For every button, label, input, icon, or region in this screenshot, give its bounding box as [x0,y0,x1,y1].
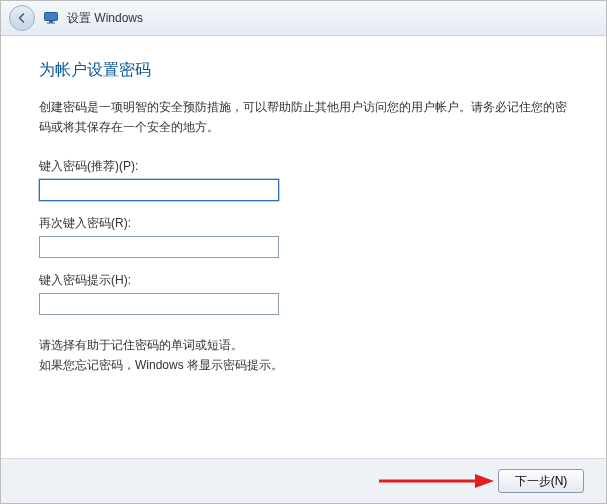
password-confirm-input[interactable] [39,236,279,258]
setup-window: 设置 Windows 为帐户设置密码 创建密码是一项明智的安全预防措施，可以帮助… [0,0,607,504]
svg-rect-0 [45,13,58,21]
page-heading: 为帐户设置密码 [39,60,568,81]
hint-field-group: 键入密码提示(H): [39,272,568,315]
content-area: 为帐户设置密码 创建密码是一项明智的安全预防措施，可以帮助防止其他用户访问您的用… [1,36,606,458]
next-button[interactable]: 下一步(N) [498,469,584,493]
annotation-arrow-icon [379,472,494,490]
hint-help-line2: 如果您忘记密码，Windows 将显示密码提示。 [39,355,568,375]
monitor-icon [43,10,59,26]
back-arrow-icon [16,12,28,24]
hint-help-line1: 请选择有助于记住密码的单词或短语。 [39,335,568,355]
hint-input[interactable] [39,293,279,315]
titlebar: 设置 Windows [1,1,606,36]
password-label: 键入密码(推荐)(P): [39,158,568,175]
password-confirm-label: 再次键入密码(R): [39,215,568,232]
password-confirm-field-group: 再次键入密码(R): [39,215,568,258]
svg-marker-4 [475,474,494,488]
password-input[interactable] [39,179,279,201]
page-description: 创建密码是一项明智的安全预防措施，可以帮助防止其他用户访问您的用户帐户。请务必记… [39,97,568,138]
hint-label: 键入密码提示(H): [39,272,568,289]
footer-bar: 下一步(N) [1,458,606,503]
hint-help-text: 请选择有助于记住密码的单词或短语。 如果您忘记密码，Windows 将显示密码提… [39,335,568,376]
window-title: 设置 Windows [67,10,143,27]
back-button[interactable] [9,5,35,31]
svg-rect-2 [47,23,55,24]
svg-rect-1 [49,21,53,23]
password-field-group: 键入密码(推荐)(P): [39,158,568,201]
